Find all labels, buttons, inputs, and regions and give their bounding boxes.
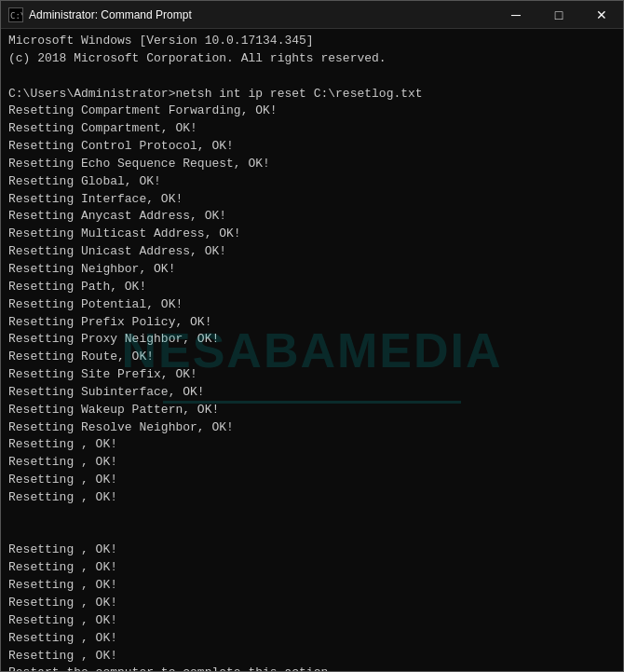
window: C:\ Administrator: Command Prompt ─ □ ✕ … <box>0 0 624 672</box>
cmd-icon: C:\ <box>8 7 23 22</box>
title-bar-controls: ─ □ ✕ <box>495 1 623 29</box>
terminal-output: Microsoft Windows [Version 10.0.17134.34… <box>8 33 616 671</box>
title-bar-left: C:\ Administrator: Command Prompt <box>8 7 192 22</box>
terminal-body[interactable]: NESABAMEDIA Microsoft Windows [Version 1… <box>1 29 623 671</box>
maximize-button[interactable]: □ <box>537 1 580 29</box>
window-title: Administrator: Command Prompt <box>29 8 192 21</box>
svg-text:C:\: C:\ <box>10 11 22 21</box>
close-button[interactable]: ✕ <box>580 1 623 29</box>
minimize-button[interactable]: ─ <box>495 1 537 29</box>
title-bar: C:\ Administrator: Command Prompt ─ □ ✕ <box>1 1 623 29</box>
